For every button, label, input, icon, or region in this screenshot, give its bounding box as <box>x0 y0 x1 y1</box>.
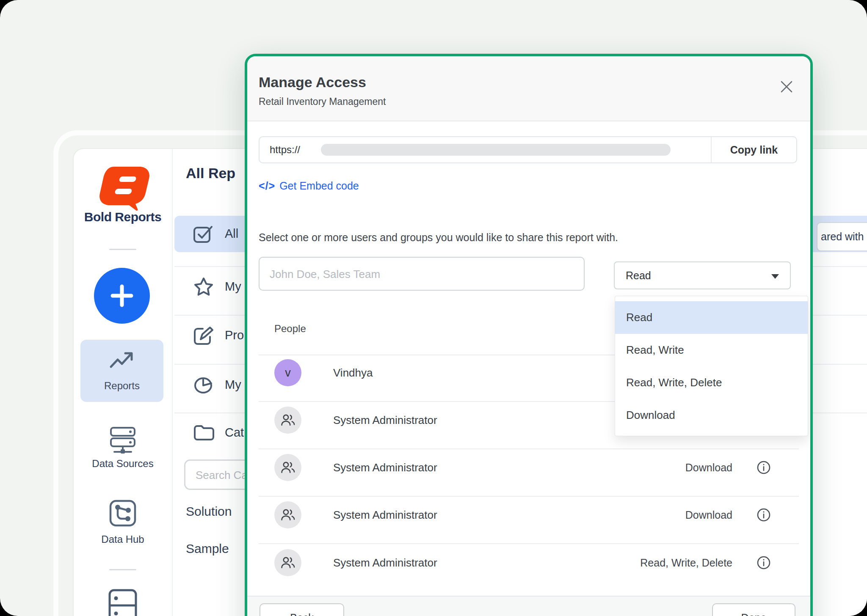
permission-info-button[interactable] <box>757 460 771 475</box>
permission-info-button[interactable] <box>757 556 771 570</box>
bold-reports-logo-icon <box>97 166 151 211</box>
permission-select[interactable]: Read <box>614 261 791 289</box>
nav-item-pro[interactable]: Pro <box>225 328 244 342</box>
sidebar-item-label: Data Sources <box>74 458 172 470</box>
done-button[interactable]: Done <box>712 603 795 616</box>
edit-icon <box>193 326 214 346</box>
dialog-footer: Back Done <box>247 596 810 616</box>
people-section-label: People <box>274 323 306 335</box>
person-name: System Administrator <box>333 461 437 474</box>
page-title: All Rep <box>186 165 235 182</box>
person-name: System Administrator <box>333 509 437 522</box>
copy-link-button[interactable]: Copy link <box>712 137 796 162</box>
pie-chart-icon <box>193 375 214 395</box>
sidebar-item-label: Reports <box>80 380 163 392</box>
avatar <box>274 549 301 576</box>
embed-code-icon: </> <box>259 180 275 192</box>
folder-icon <box>193 424 215 442</box>
sidebar-item-data-sources[interactable]: Data Sources <box>74 424 172 479</box>
close-button[interactable] <box>778 78 795 95</box>
manage-access-dialog: Manage Access Retail Inventory Managemen… <box>245 54 813 616</box>
user-search-input[interactable] <box>260 258 569 291</box>
permission-label: Download <box>685 509 732 521</box>
sidebar-divider <box>109 249 136 250</box>
sidebar-item-label: Data Hub <box>74 534 172 545</box>
data-hub-icon <box>109 499 137 527</box>
share-link-bar: https:// Copy link <box>259 136 797 163</box>
menu-item-read[interactable]: Read <box>615 301 808 334</box>
nav-item-all[interactable]: All <box>225 227 238 241</box>
permission-label: Read, Write, Delete <box>640 557 732 569</box>
group-icon <box>280 556 296 570</box>
star-icon <box>193 277 214 297</box>
permission-info-button[interactable] <box>757 508 771 522</box>
sidebar-item-reports[interactable]: Reports <box>80 340 163 402</box>
create-new-button[interactable] <box>94 268 150 324</box>
permission-dropdown-menu: Read Read, Write Read, Write, Delete Dow… <box>615 296 808 436</box>
trending-up-icon <box>108 350 135 371</box>
dialog-title: Manage Access <box>259 74 366 91</box>
sample-item[interactable]: Sample <box>186 542 229 556</box>
group-icon <box>280 413 296 427</box>
embed-link-label: Get Embed code <box>279 180 359 192</box>
info-icon <box>757 556 771 570</box>
person-name: Vindhya <box>333 366 373 380</box>
avatar: v <box>274 359 301 386</box>
menu-item-download[interactable]: Download <box>615 399 808 432</box>
menu-item-read-write[interactable]: Read, Write <box>615 334 808 366</box>
sidebar-divider <box>109 569 136 570</box>
permission-select-value: Read <box>626 262 651 289</box>
person-name: System Administrator <box>333 414 437 427</box>
url-scheme-text: https:// <box>270 137 300 162</box>
avatar-letter: v <box>285 366 291 380</box>
person-name: System Administrator <box>333 556 437 569</box>
info-icon <box>757 460 771 475</box>
share-instruction: Select one or more users and groups you … <box>259 231 618 244</box>
url-placeholder-bar <box>321 144 671 156</box>
close-icon <box>778 78 795 95</box>
list-divider <box>259 543 799 544</box>
checkbox-check-icon <box>193 224 213 244</box>
list-divider <box>259 496 799 497</box>
solution-item[interactable]: Solution <box>186 504 232 519</box>
screen: Bold Reports Reports <box>0 0 867 616</box>
avatar <box>274 454 301 481</box>
get-embed-code-link[interactable]: </>Get Embed code <box>259 180 359 192</box>
nav-item-cat[interactable]: Cat <box>225 426 244 440</box>
avatar <box>274 407 301 434</box>
server-icon <box>107 426 138 454</box>
sidebar: Bold Reports Reports <box>74 149 173 616</box>
group-icon <box>280 460 296 475</box>
caret-down-icon <box>771 274 779 279</box>
dialog-subtitle: Retail Inventory Management <box>259 96 386 107</box>
list-divider <box>259 448 799 449</box>
user-search-box[interactable] <box>259 257 585 291</box>
storage-icon[interactable] <box>108 588 138 616</box>
plus-icon <box>108 282 135 309</box>
brand-name: Bold Reports <box>74 210 172 224</box>
nav-item-my-2[interactable]: My <box>225 378 241 392</box>
sidebar-item-data-hub[interactable]: Data Hub <box>74 498 172 553</box>
menu-item-read-write-delete[interactable]: Read, Write, Delete <box>615 366 808 399</box>
avatar <box>274 501 301 528</box>
info-icon <box>757 508 771 522</box>
dialog-header: Manage Access Retail Inventory Managemen… <box>247 56 810 121</box>
nav-item-my[interactable]: My <box>225 280 241 294</box>
group-icon <box>280 508 296 522</box>
shared-with-label: ared with <box>821 231 864 243</box>
shared-with-tab[interactable]: ared with <box>817 222 867 251</box>
permission-label: Download <box>685 462 732 474</box>
back-button[interactable]: Back <box>260 603 344 616</box>
